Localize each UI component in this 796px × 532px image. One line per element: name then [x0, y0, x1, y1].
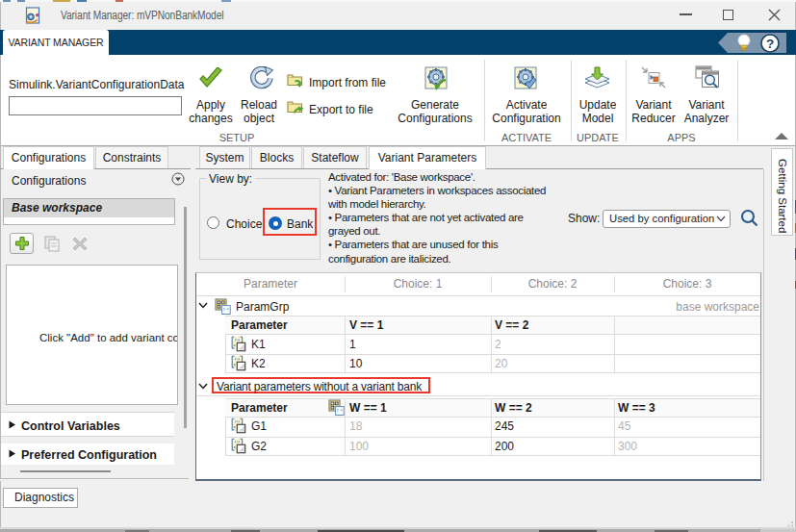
svg-text:?: ? [766, 37, 774, 51]
